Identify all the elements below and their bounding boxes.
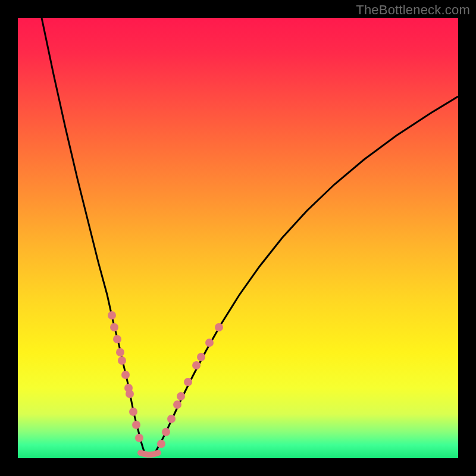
data-marker: [205, 339, 214, 347]
data-marker: [121, 371, 130, 379]
data-marker: [167, 415, 176, 423]
watermark-text: TheBottleneck.com: [356, 2, 470, 18]
data-marker: [157, 440, 165, 448]
data-marker: [110, 323, 118, 331]
data-marker: [129, 408, 137, 416]
data-marker: [184, 378, 192, 386]
curves-svg: [18, 18, 458, 458]
data-marker: [135, 434, 143, 442]
data-marker: [118, 356, 126, 365]
chart-frame: TheBottleneck.com: [0, 0, 476, 476]
right-curve: [156, 96, 458, 451]
data-marker: [192, 361, 201, 369]
data-marker: [197, 353, 205, 361]
data-marker: [177, 392, 185, 400]
data-marker: [215, 323, 223, 331]
data-marker: [173, 400, 181, 409]
data-marker: [108, 311, 116, 320]
data-marker: [116, 348, 124, 356]
data-marker: [162, 428, 170, 436]
bottom-bridge: [140, 453, 158, 455]
data-marker: [126, 390, 134, 398]
plot-area: [18, 18, 458, 458]
data-marker: [113, 335, 121, 343]
data-marker: [132, 421, 140, 429]
